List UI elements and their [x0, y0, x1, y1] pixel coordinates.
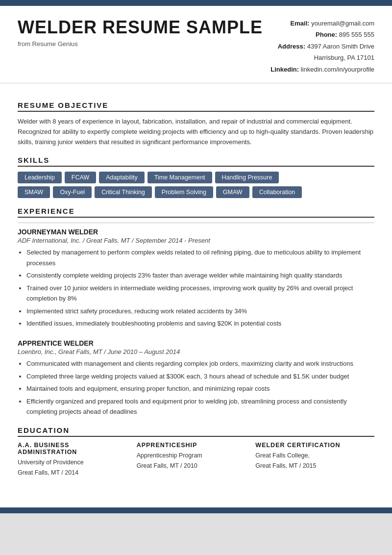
skill-tag: Critical Thinking: [95, 186, 152, 198]
education-section: A.A. BUSINESS ADMINISTRATIONUniversity o…: [18, 442, 374, 479]
email-value: youremail@gmail.com: [311, 20, 374, 27]
skill-tag: Leadership: [18, 172, 62, 183]
address-label: Address:: [278, 43, 305, 50]
education-column: APPRENTICESHIPApprenticeship ProgramGrea…: [137, 442, 256, 479]
phone-value: 895 555 555: [339, 31, 374, 38]
list-item: Implemented strict safety procedures, re…: [26, 306, 374, 316]
contact-info: Email: youremail@gmail.com Phone: 895 55…: [270, 18, 374, 75]
objective-section-title: RESUME OBJECTIVE: [18, 101, 374, 112]
education-col-title: A.A. BUSINESS ADMINISTRATION: [18, 442, 131, 455]
address-value2: Harrisburg, PA 17101: [314, 54, 374, 61]
skill-tag: SMAW: [18, 186, 50, 198]
top-bar: [0, 0, 392, 6]
skill-tag: Adaptability: [99, 172, 145, 183]
education-col-title: WELDER CERTIFICATION: [255, 442, 368, 449]
list-item: Selected by management to perform comple…: [26, 247, 374, 268]
skill-tag: Collaboration: [252, 186, 302, 198]
resume-page: WELDER RESUME SAMPLE from Resume Genius …: [0, 0, 392, 513]
list-item: Trained over 10 junior welders in interm…: [26, 283, 374, 304]
linkedin-label: Linkedin:: [270, 66, 299, 73]
education-col-detail: Great Falls, MT / 2015: [255, 461, 368, 471]
education-col-detail: Great Falls, MT / 2014: [18, 468, 131, 478]
skills-section-title: SKILLS: [18, 156, 374, 167]
experience-section-title: EXPERIENCE: [18, 207, 374, 218]
linkedin-value: linkedin.com/in/yourprofile: [301, 66, 374, 73]
education-col-detail: University of Providence: [18, 457, 131, 468]
list-item: Consistently complete welding projects 2…: [26, 270, 374, 280]
header-left: WELDER RESUME SAMPLE from Resume Genius: [18, 18, 263, 48]
phone-label: Phone:: [316, 31, 337, 38]
skill-tag: Problem Solving: [155, 186, 213, 198]
email-label: Email:: [291, 20, 310, 27]
bottom-bar: [0, 507, 392, 513]
list-item: Communicated with management and clients…: [26, 358, 374, 369]
address-value1: 4397 Aaron Smith Drive: [307, 43, 374, 50]
education-col-detail: Apprenticeship Program: [137, 451, 250, 461]
address-line: Address: 4397 Aaron Smith Drive Harrisbu…: [270, 41, 374, 64]
education-column: WELDER CERTIFICATIONGreat Falls College,…: [255, 442, 374, 479]
job-company: ADF International, Inc. / Great Falls, M…: [18, 237, 374, 244]
job-company: Loenbro, Inc., Great Falls, MT / June 20…: [18, 348, 374, 355]
linkedin-line: Linkedin: linkedin.com/in/yourprofile: [270, 64, 374, 75]
education-col-detail: Great Falls College,: [255, 451, 368, 461]
skill-tag: GMAW: [216, 186, 249, 198]
jobs-container: JOURNEYMAN WELDERADF International, Inc.…: [18, 228, 374, 417]
job-title: JOURNEYMAN WELDER: [18, 228, 374, 236]
list-item: Completed three large welding projects v…: [26, 371, 374, 381]
experience-divider: [18, 223, 374, 223]
list-item: Maintained tools and equipment, ensuring…: [26, 383, 374, 394]
job-bullets: Communicated with management and clients…: [18, 358, 374, 417]
skill-tag: FCAW: [65, 172, 96, 183]
education-column: A.A. BUSINESS ADMINISTRATIONUniversity o…: [18, 442, 137, 479]
job-bullets: Selected by management to perform comple…: [18, 247, 374, 328]
education-col-title: APPRENTICESHIP: [137, 442, 250, 449]
list-item: Identified issues, immediately troublesh…: [26, 318, 374, 328]
skill-tag: Oxy-Fuel: [53, 186, 92, 198]
phone-line: Phone: 895 555 555: [270, 29, 374, 40]
resume-title: WELDER RESUME SAMPLE: [18, 18, 263, 37]
skill-tag: Handling Pressure: [215, 172, 279, 183]
email-line: Email: youremail@gmail.com: [270, 18, 374, 29]
job-title: APPRENTICE WELDER: [18, 339, 374, 347]
education-col-detail: Great Falls, MT / 2010: [137, 461, 250, 471]
main-content: RESUME OBJECTIVE Welder with 8 years of …: [0, 83, 392, 496]
objective-text: Welder with 8 years of experience in lay…: [18, 117, 374, 147]
header: WELDER RESUME SAMPLE from Resume Genius …: [0, 6, 392, 83]
education-section-title: EDUCATION: [18, 426, 374, 437]
skills-row-2: SMAWOxy-FuelCritical ThinkingProblem Sol…: [18, 186, 374, 198]
skills-row-1: LeadershipFCAWAdaptabilityTime Managemen…: [18, 172, 374, 183]
list-item: Efficiently organized and prepared tools…: [26, 396, 374, 417]
skill-tag: Time Management: [147, 172, 212, 183]
resume-subtitle: from Resume Genius: [18, 40, 263, 48]
